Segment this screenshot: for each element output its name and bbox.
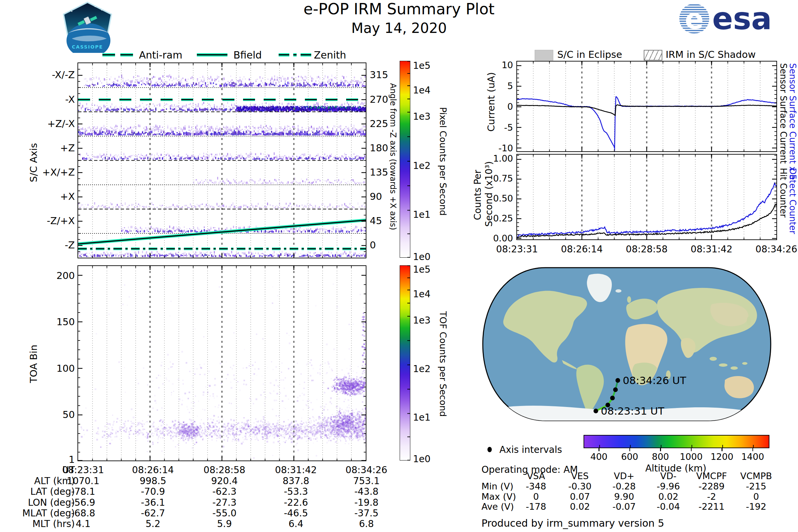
sensor-current-canvas (517, 61, 776, 151)
ephemeris-value: -78.1 (55, 486, 111, 497)
voltage-value: 0 (736, 491, 776, 502)
ephemeris-value: 6.4 (268, 518, 324, 529)
ephemeris-value: -68.8 (55, 508, 111, 519)
tof-cb-tick-label: 1e2 (413, 363, 431, 374)
sc-row-label: +X/+Z (42, 167, 75, 178)
eclipse-legend-label: S/C in Eclipse (557, 49, 622, 60)
time-tick-label: 08:26:14 (554, 244, 610, 255)
ephemeris-value: -62.3 (196, 486, 253, 497)
ephemeris-value: 837.8 (268, 475, 324, 487)
toa-tick-label: 50 (62, 409, 75, 420)
pixel-cb-tick-label: 1e1 (413, 209, 431, 220)
counts-tick-label: 0.00 (493, 233, 513, 243)
altitude-tick-mark (722, 448, 722, 451)
ephemeris-value: 08:23:31 (55, 464, 111, 475)
ephemeris-value: -19.8 (338, 497, 395, 508)
sc-axis-spectrogram-canvas (78, 63, 366, 258)
ephemeris-value: 753.1 (338, 475, 395, 487)
pixel-counts-colorbar-canvas (400, 61, 410, 258)
angle-tick-label: 135 (370, 167, 388, 178)
ephemeris-value: -46.5 (268, 508, 324, 519)
ephemeris-value: -53.3 (268, 486, 324, 497)
voltage-column-header: VD+ (604, 471, 644, 481)
sc-axis-spectrogram-panel (77, 62, 366, 258)
ephemeris-value: -27.3 (196, 497, 253, 508)
angle-tick-label: 45 (370, 215, 382, 226)
altitude-colorbar-canvas (584, 436, 769, 448)
toa-bin-ylabel: TOA Bin (28, 345, 39, 383)
voltage-value: -2211 (691, 501, 732, 512)
altitude-tick-label: 400 (584, 452, 614, 462)
ephemeris-value: -56.9 (55, 497, 111, 508)
toa-bin-panel (77, 265, 366, 461)
toa-tick-label: 200 (57, 270, 75, 281)
ephemeris-value: -43.8 (338, 486, 395, 497)
track-end-time-label: 08:34:26 UT (623, 374, 687, 386)
voltage-column-header: VMCPF (691, 471, 732, 481)
voltage-value: -0.28 (604, 481, 644, 491)
track-start-time-label: 08:23:31 UT (601, 405, 665, 417)
time-tick-label: 08:31:42 (683, 244, 740, 255)
voltage-value: -178 (516, 501, 556, 512)
voltage-value: 0.02 (648, 491, 688, 502)
current-tick-label: -10 (498, 143, 513, 153)
ephemeris-value: -22.6 (268, 497, 324, 508)
ephemeris-value: 08:26:14 (125, 464, 181, 475)
voltage-value: -348 (516, 481, 556, 491)
tof-cb-tick-label: 1e0 (413, 454, 431, 464)
svg-text:e: e (685, 3, 704, 35)
sc-row-label: +X (60, 191, 75, 202)
ephemeris-value: 5.9 (196, 518, 253, 529)
sc-row-label: -Z/+X (47, 215, 75, 226)
altitude-tick-label: 600 (615, 452, 645, 462)
angle-tick-label: 270 (370, 94, 388, 105)
altitude-tick-label: 1000 (676, 452, 706, 462)
ground-track-map: 08:34:26 UT 08:23:31 UT (479, 264, 775, 424)
toa-tick-label: 100 (57, 363, 75, 374)
tof-cb-tick-label: 1e3 (413, 315, 431, 326)
voltage-value: -2 (691, 491, 732, 502)
ephemeris-value: -55.0 (196, 508, 253, 519)
angle-tick-label: 180 (370, 142, 388, 154)
ephemeris-value: 1070.1 (55, 475, 111, 487)
angle-tick-label: 0 (370, 240, 376, 251)
counters-canvas (517, 155, 776, 240)
esa-wordmark: esa (712, 2, 772, 35)
current-tick-label: -5 (504, 122, 513, 133)
sc-axis-ylabel: S/C Axis (28, 143, 39, 182)
voltage-column-header: VES (560, 471, 600, 481)
toa-bin-canvas (78, 266, 366, 460)
voltage-column-header: VD- (648, 471, 688, 481)
tof-cb-tick-label: 1e5 (413, 264, 431, 275)
esa-logo: e esa (678, 2, 788, 35)
counts-tick-label: 1.00 (493, 153, 513, 164)
ephemeris-value: 08:31:42 (268, 464, 324, 475)
anti-ram-label: Anti-ram (139, 49, 182, 61)
voltage-value: 9.90 (604, 491, 644, 502)
zenith-line-sample (279, 53, 311, 57)
eclipse-legend-swatch (535, 50, 553, 60)
axis-intervals-label: Axis intervals (499, 444, 562, 455)
current-ylabel: Current (uA) (486, 72, 497, 132)
pixel-cb-tick-label: 1e5 (413, 60, 431, 71)
voltage-value: 0.07 (560, 491, 600, 502)
sensor-current-x5-right-label: Sensor Surface Current x 5 (788, 63, 798, 180)
voltage-value: 0.02 (560, 501, 600, 512)
anti-ram-line-sample (102, 53, 133, 57)
altitude-tick-label: 800 (645, 452, 675, 462)
angle-axis-label: Angle from -Z axis (towards +X axis) (388, 83, 398, 230)
toa-tick-label: 1 (69, 454, 75, 465)
orientation-legend: Anti-ram Bfield Zenith (0, 46, 399, 63)
sc-row-label: -X/-Z (52, 69, 75, 80)
pixel-cb-tick-label: 1e2 (413, 160, 431, 171)
pixel-colorbar-label: Pixel Counts per Second (438, 107, 448, 216)
counts-tick-label: 0.75 (493, 173, 513, 184)
angle-tick-label: 225 (370, 118, 388, 129)
ephemeris-value: 5.2 (125, 518, 181, 529)
current-tick-label: 5 (507, 81, 513, 91)
current-tick-label: 0 (507, 101, 513, 112)
counts-ylabel-line1: Counts Per (472, 170, 483, 220)
ephemeris-value: 6.8 (338, 518, 395, 529)
altitude-tick-label: 1200 (707, 452, 737, 462)
voltage-value: -192 (736, 501, 776, 512)
